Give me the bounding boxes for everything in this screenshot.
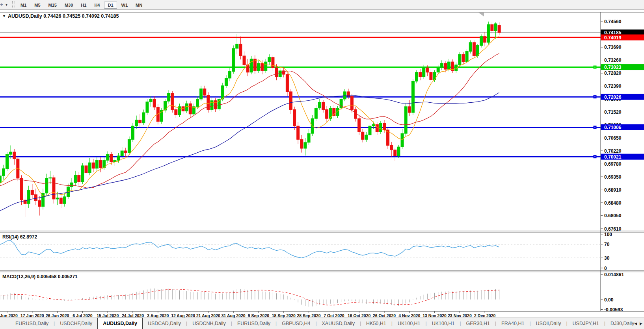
candle-body — [63, 197, 66, 203]
tab-scroll-buttons: ◀ ▶ — [634, 318, 642, 329]
candle-body — [52, 177, 55, 199]
candle-body — [106, 154, 109, 160]
candle-body — [34, 195, 37, 201]
chart-tab-usdcnh-daily[interactable]: USDCNH,Daily — [187, 318, 231, 329]
candle-body — [175, 109, 177, 115]
macd-tick-label: 0.00 — [604, 297, 614, 303]
candle-body — [229, 71, 231, 78]
candle-body — [218, 99, 220, 109]
timeframe-button-m5[interactable]: M5 — [31, 2, 44, 9]
candle-body — [340, 99, 342, 108]
date-label: 6 Jul 2020 — [73, 313, 92, 318]
price-tick-label: 0.70220 — [604, 148, 622, 154]
timeframe-button-m15[interactable]: M15 — [45, 2, 60, 9]
candle-body — [491, 24, 493, 30]
tab-scroll-left-icon[interactable]: ◀ — [634, 322, 637, 325]
chevron-down-icon[interactable]: ▼ — [5, 4, 8, 6]
candle-body — [78, 175, 80, 182]
timeframe-button-h1[interactable]: H1 — [77, 2, 90, 9]
candle-body — [13, 152, 16, 159]
timeframe-button-h4[interactable]: H4 — [91, 2, 103, 9]
candle-body — [239, 44, 242, 56]
chart-tab-hk50-h1[interactable]: HK50,H1 — [361, 318, 391, 329]
timeframe-button-m30[interactable]: M30 — [61, 2, 76, 9]
candle-body — [315, 108, 317, 119]
date-label: 3 Aug 2020 — [147, 313, 169, 318]
candle-body — [361, 132, 364, 139]
candle-body — [419, 72, 422, 77]
candle-body — [318, 102, 321, 108]
timeframe-button-mn[interactable]: MN — [132, 2, 146, 9]
date-label: 12 Aug 2020 — [171, 313, 195, 318]
candle-body — [9, 152, 12, 154]
crosshair-icon[interactable]: + — [0, 2, 4, 7]
candle-body — [379, 123, 382, 132]
timeframe-button-w1[interactable]: W1 — [118, 2, 132, 9]
price-tick-label: 0.74560 — [604, 19, 622, 24]
candle-body — [480, 37, 483, 46]
price-tick-label: 0.67610 — [604, 226, 622, 232]
chart-tab-uk100-h1[interactable]: UK100,H1 — [393, 318, 426, 329]
price-tick-label: 0.73690 — [604, 44, 622, 50]
chart-tab-xauusd-daily[interactable]: XAUUSD,Daily — [317, 318, 360, 329]
line-handle-dot — [595, 156, 596, 157]
rsi-tick-label: 30 — [604, 255, 610, 261]
candle-body — [171, 93, 174, 110]
candle-body — [268, 57, 271, 62]
chart-tab-eurusd-daily[interactable]: EURUSD,Daily — [232, 318, 275, 329]
timeframe-button-d1[interactable]: D1 — [104, 2, 117, 9]
price-chart-svg[interactable]: ▼AUDUSD,Daily 0.74426 0.74525 0.74092 0.… — [0, 10, 644, 318]
candle-body — [365, 135, 368, 139]
timeframe-toolbar: + ▼ M1M5M15M30H1H4D1W1MN — [0, 0, 644, 10]
candle-body — [383, 123, 385, 130]
candle-body — [487, 24, 490, 42]
candle-body — [182, 107, 184, 111]
line-handle-dot — [595, 127, 596, 128]
rsi-tick-label: 100 — [604, 232, 612, 237]
candle-body — [411, 81, 414, 113]
candle-body — [110, 154, 113, 162]
chart-area[interactable]: ▼AUDUSD,Daily 0.74426 0.74525 0.74092 0.… — [0, 10, 644, 318]
candle-body — [135, 120, 138, 126]
price-tick-label: 0.69350 — [604, 174, 622, 180]
candle-body — [469, 43, 472, 52]
candle-body — [95, 160, 98, 168]
candle-body — [42, 193, 45, 207]
tab-scroll-right-icon[interactable]: ▶ — [640, 322, 642, 325]
date-label: 16 Oct 2020 — [348, 313, 371, 318]
chart-tab-eurusd-daily[interactable]: EURUSD,Daily — [10, 318, 54, 329]
chart-tab-bar: EURUSD,Daily|USDCHF,DailyAUDUSD,DailyUSD… — [0, 318, 644, 329]
chart-tab-audusd-daily[interactable]: AUDUSD,Daily — [97, 318, 143, 329]
candle-body — [85, 166, 87, 173]
chart-tab-usdcad-daily[interactable]: USDCAD,Daily — [143, 318, 186, 329]
candle-body — [423, 68, 425, 77]
candle-body — [286, 74, 288, 92]
date-label: 4 Nov 2020 — [398, 313, 420, 318]
timeframe-button-m1[interactable]: M1 — [17, 2, 30, 9]
line-handle-dot — [595, 67, 596, 68]
chart-tab-usdjpy-h1[interactable]: USDJPY,H1 — [568, 318, 604, 329]
candle-body — [225, 78, 227, 86]
candle-body — [326, 109, 328, 118]
chart-tab-usdchf-daily[interactable]: USDCHF,Daily — [55, 318, 97, 329]
rsi-tick-label: 70 — [604, 242, 610, 247]
candle-body — [394, 150, 396, 156]
chart-tabs: EURUSD,Daily|USDCHF,DailyAUDUSD,DailyUSD… — [10, 318, 644, 329]
date-label: 13 Nov 2020 — [423, 313, 447, 318]
chart-tab-gbpusd-h4[interactable]: GBPUSD,H4 — [277, 318, 315, 329]
price-box-label: 0.74019 — [604, 35, 622, 41]
cursor-tool-group[interactable]: + ▼ — [0, 2, 11, 7]
chart-tab-ger30-h1[interactable]: GER30,H1 — [461, 318, 495, 329]
chart-tab-uk100-h1[interactable]: UK100,H1 — [427, 318, 460, 329]
price-box-label: 0.70021 — [604, 154, 622, 160]
candle-body — [465, 52, 468, 62]
price-box-label: 0.73023 — [604, 65, 622, 70]
toolbar-grip[interactable] — [12, 1, 15, 8]
candle-body — [307, 133, 310, 142]
chart-tab-fra40-h1[interactable]: FRA40,H1 — [496, 318, 529, 329]
macd-tick-label: 0.014861 — [604, 272, 624, 277]
candle-body — [322, 102, 325, 109]
chart-tab-usoil-daily[interactable]: USOil,Daily — [531, 318, 566, 329]
candle-body — [117, 156, 120, 160]
chart-title-marker: ▼ — [2, 14, 6, 18]
